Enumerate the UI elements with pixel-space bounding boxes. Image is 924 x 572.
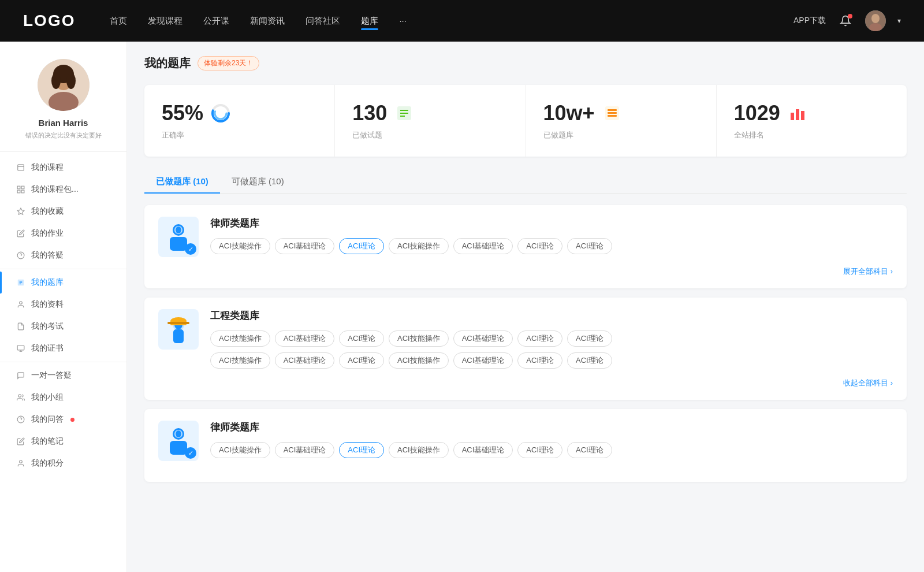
tag-item[interactable]: ACI技能操作 (210, 330, 270, 347)
main-layout: Brian Harris 错误的决定比没有决定要好 我的课程 我的课程包... (0, 42, 924, 572)
sidebar-label: 我的收藏 (31, 206, 64, 217)
tag-item[interactable]: ACI理论 (567, 238, 612, 254)
tag-item[interactable]: ACI理论 (517, 442, 562, 458)
nav-links: 首页 发现课程 公开课 新闻资讯 问答社区 题库 ··· (110, 16, 793, 27)
svg-point-26 (18, 395, 21, 398)
divider (0, 362, 126, 362)
expand-button-1[interactable]: 展开全部科目 › (158, 266, 893, 277)
sidebar-item-qa[interactable]: 我的答疑 (0, 244, 126, 266)
svg-point-8 (66, 73, 76, 89)
tag-item[interactable]: ACI技能操作 (210, 442, 270, 458)
course-pkg-icon (16, 185, 25, 194)
nav-quiz[interactable]: 题库 (361, 16, 378, 27)
sidebar-item-points[interactable]: 我的积分 (0, 452, 126, 474)
tag-item[interactable]: ACI基础理论 (275, 330, 335, 347)
stat-questions: 130 已做试题 (335, 85, 526, 157)
tabs-row: 已做题库 (10) 可做题库 (10) (144, 170, 907, 194)
tag-item[interactable]: ACI技能操作 (389, 330, 449, 347)
sidebar-label: 我的作业 (31, 228, 64, 239)
tag-item[interactable]: ACI技能操作 (389, 238, 449, 254)
sidebar-label: 我的证书 (31, 343, 64, 354)
collapse-button[interactable]: 收起全部科目 › (158, 378, 893, 388)
tag-item[interactable]: ACI基础理论 (275, 442, 335, 458)
svg-point-29 (20, 460, 23, 463)
favorites-icon (16, 207, 25, 216)
quiz-icon (16, 278, 25, 287)
sidebar-item-questions[interactable]: 我的问答 (0, 408, 126, 430)
nav-home[interactable]: 首页 (110, 16, 127, 27)
sidebar-item-course-pkg[interactable]: 我的课程包... (0, 179, 126, 200)
svg-rect-9 (18, 165, 24, 171)
svg-rect-43 (801, 111, 804, 120)
svg-rect-41 (791, 113, 794, 120)
group-icon (16, 393, 25, 402)
svg-rect-39 (608, 112, 617, 114)
tag-item[interactable]: ACI基础理论 (275, 352, 335, 369)
nav-qa[interactable]: 问答社区 (305, 16, 340, 27)
nav-opencourse[interactable]: 公开课 (203, 16, 229, 27)
sidebar-item-quiz-bank[interactable]: 我的题库 (0, 272, 126, 294)
profile-motto: 错误的决定比没有决定要好 (25, 131, 102, 140)
notes-icon (16, 437, 25, 446)
tag-item[interactable]: ACI基础理论 (453, 352, 513, 369)
bank-card-lawyer-2: ✓ 律师类题库 ACI技能操作 ACI基础理论 ACI理论 ACI技能操作 AC… (144, 409, 907, 482)
tag-item[interactable]: ACI基础理论 (453, 330, 513, 347)
courses-icon (16, 163, 25, 172)
sidebar-item-homework[interactable]: 我的作业 (0, 222, 126, 244)
tag-item[interactable]: ACI技能操作 (210, 238, 270, 254)
svg-point-57 (176, 430, 181, 437)
tag-item-active[interactable]: ACI理论 (339, 238, 384, 254)
tag-item[interactable]: ACI技能操作 (389, 442, 449, 458)
tag-item[interactable]: ACI技能操作 (389, 352, 449, 369)
sidebar-item-1on1[interactable]: 一对一答疑 (0, 365, 126, 387)
main-content: 我的题库 体验剩余23天！ 55% 正确率 (127, 42, 924, 572)
stats-row: 55% 正确率 130 (144, 85, 907, 157)
check-badge: ✓ (185, 243, 196, 255)
app-download-button[interactable]: APP下载 (793, 16, 826, 26)
tag-item[interactable]: ACI基础理论 (453, 442, 513, 458)
tab-done[interactable]: 已做题库 (10) (144, 170, 220, 193)
notification-bell[interactable] (837, 13, 854, 29)
check-badge-2: ✓ (185, 447, 196, 459)
user-menu-chevron[interactable]: ▾ (897, 17, 901, 25)
profile-data-icon (16, 300, 25, 309)
questions-icon (16, 415, 25, 424)
sidebar-label: 我的考试 (31, 321, 64, 332)
tag-item[interactable]: ACI理论 (567, 352, 612, 369)
sidebar-item-favorites[interactable]: 我的收藏 (0, 200, 126, 222)
sidebar-item-notes[interactable]: 我的笔记 (0, 430, 126, 452)
sidebar-menu: 我的课程 我的课程包... 我的收藏 我的作业 (0, 152, 126, 479)
tag-item[interactable]: ACI基础理论 (453, 238, 513, 254)
svg-point-1 (871, 14, 880, 23)
tag-item[interactable]: ACI理论 (517, 330, 562, 347)
tag-item[interactable]: ACI理论 (339, 352, 384, 369)
tag-item[interactable]: ACI理论 (339, 330, 384, 347)
sidebar-item-exam[interactable]: 我的考试 (0, 315, 126, 337)
sidebar-item-profile-data[interactable]: 我的资料 (0, 294, 126, 315)
tag-item-active-2[interactable]: ACI理论 (339, 442, 384, 458)
tag-item[interactable]: ACI基础理论 (275, 238, 335, 254)
sidebar-label: 我的笔记 (31, 436, 64, 447)
qa-icon (16, 251, 25, 260)
nav-discover[interactable]: 发现课程 (148, 16, 182, 27)
tag-item[interactable]: ACI理论 (567, 442, 612, 458)
tag-item[interactable]: ACI理论 (517, 238, 562, 254)
user-avatar[interactable] (865, 10, 886, 31)
tag-item[interactable]: ACI理论 (517, 352, 562, 369)
sidebar-label: 我的课程 (31, 162, 64, 173)
tab-available[interactable]: 可做题库 (10) (220, 170, 296, 193)
sidebar-item-courses[interactable]: 我的课程 (0, 157, 126, 179)
sidebar-label: 我的题库 (31, 277, 64, 288)
tag-item[interactable]: ACI技能操作 (210, 352, 270, 369)
questions-icon (394, 103, 415, 124)
svg-rect-11 (17, 186, 20, 189)
tag-item[interactable]: ACI理论 (567, 330, 612, 347)
nav-more[interactable]: ··· (399, 16, 407, 27)
profile-avatar[interactable] (38, 59, 90, 111)
sidebar-item-group[interactable]: 我的小组 (0, 387, 126, 408)
nav-news[interactable]: 新闻资讯 (250, 16, 285, 27)
sidebar-label: 我的小组 (31, 392, 64, 403)
sidebar-item-cert[interactable]: 我的证书 (0, 337, 126, 359)
sidebar-label: 一对一答疑 (31, 370, 72, 381)
bank-title-lawyer-2: 律师类题库 (210, 421, 893, 434)
